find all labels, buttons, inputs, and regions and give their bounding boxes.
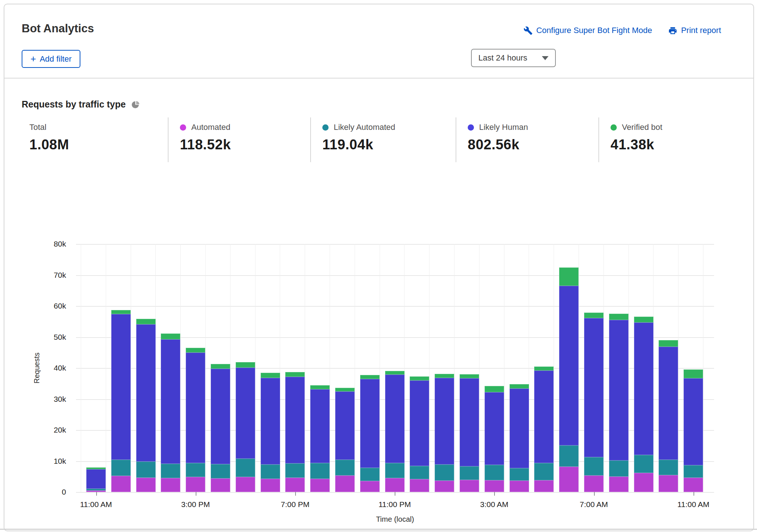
bar-segment-verified-bot: [559, 267, 579, 286]
x-tick-label: 11:00 AM: [80, 500, 112, 509]
bar-1-00-pm[interactable]: [136, 319, 156, 492]
bar-segment-verified-bot: [161, 334, 180, 339]
y-tick-label: 30k: [26, 395, 66, 404]
stat-label: Total: [29, 123, 46, 132]
bar-8-00-pm[interactable]: [310, 385, 330, 492]
x-gridline: [305, 244, 305, 492]
bar-segment-likely-automated: [659, 460, 678, 475]
x-tick-mark: [96, 492, 97, 496]
y-tick-label: 60k: [26, 302, 66, 310]
bar-12-00-am[interactable]: [410, 376, 429, 492]
y-tick-label: 20k: [26, 426, 66, 434]
bar-segment-likely-human: [111, 314, 131, 460]
stat-label: Verified bot: [622, 123, 662, 132]
bar-11-00-pm[interactable]: [385, 371, 405, 492]
x-gridline: [479, 244, 479, 492]
x-tick-mark: [494, 492, 495, 496]
x-tick-mark: [395, 492, 395, 496]
bar-segment-verified-bot: [584, 313, 604, 318]
x-tick-mark: [295, 492, 296, 496]
bar-7-00-am[interactable]: [584, 313, 604, 492]
bar-segment-likely-automated: [485, 465, 504, 480]
bar-segment-likely-human: [335, 391, 355, 460]
bar-segment-automated: [510, 481, 529, 492]
bar-segment-likely-automated: [510, 468, 529, 481]
bar-segment-automated: [111, 476, 131, 492]
bar-12-00-pm[interactable]: [111, 310, 131, 492]
x-tick-label: 11:00 AM: [677, 500, 709, 509]
bar-3-00-pm[interactable]: [186, 348, 205, 492]
bar-9-00-am[interactable]: [634, 317, 653, 492]
wrench-icon: [524, 26, 533, 35]
bar-segment-likely-automated: [584, 457, 604, 475]
bar-11-00-am[interactable]: [86, 467, 106, 492]
bar-5-00-pm[interactable]: [236, 362, 255, 492]
x-tick-mark: [594, 492, 595, 496]
bar-segment-likely-automated: [335, 460, 355, 475]
stat-likely-human: Likely Human 802.56k: [456, 117, 598, 162]
x-gridline: [629, 244, 629, 492]
configure-super-bot-fight-mode-link[interactable]: Configure Super Bot Fight Mode: [524, 26, 652, 35]
bar-segment-likely-automated: [236, 459, 255, 477]
stats-row: Total 1.08M Automated 118.52k Likely Aut…: [4, 117, 753, 162]
bar-segment-likely-human: [559, 286, 579, 445]
bar-segment-likely-human: [435, 378, 454, 464]
x-gridline: [678, 244, 678, 492]
x-gridline: [404, 244, 405, 492]
bar-segment-likely-automated: [634, 455, 653, 473]
bar-segment-verified-bot: [111, 310, 131, 314]
stat-value: 1.08M: [29, 137, 168, 153]
bar-segment-verified-bot: [684, 369, 703, 378]
bar-6-00-pm[interactable]: [261, 373, 280, 492]
stat-automated: Automated 118.52k: [168, 117, 310, 162]
bar-segment-automated: [584, 475, 604, 492]
bar-4-00-am[interactable]: [510, 384, 529, 492]
add-filter-label: Add filter: [40, 54, 72, 64]
x-tick-mark: [196, 492, 196, 496]
bar-3-00-am[interactable]: [485, 386, 504, 492]
x-tick-label: 3:00 AM: [480, 500, 508, 509]
x-gridline: [703, 244, 703, 492]
bar-4-00-pm[interactable]: [211, 364, 230, 492]
bar-2-00-pm[interactable]: [161, 334, 180, 492]
bar-1-00-am[interactable]: [435, 374, 454, 492]
page-title: Bot Analytics: [22, 22, 94, 35]
x-tick-label: 3:00 PM: [181, 500, 210, 509]
bar-segment-automated: [161, 478, 180, 492]
bar-11-00-am[interactable]: [684, 369, 703, 492]
time-range-select[interactable]: Last 24 hours: [471, 49, 556, 67]
stat-label: Automated: [191, 123, 230, 132]
y-tick-label: 10k: [26, 457, 66, 466]
y-tick-label: 70k: [26, 271, 66, 280]
bar-7-00-pm[interactable]: [285, 372, 305, 492]
bar-segment-likely-human: [584, 318, 604, 457]
print-report-link[interactable]: Print report: [668, 26, 721, 35]
bar-5-00-am[interactable]: [534, 367, 554, 492]
x-gridline: [131, 244, 131, 492]
likely-automated-dot: [322, 124, 329, 131]
bar-segment-likely-human: [684, 378, 703, 465]
y-gridline: [76, 399, 714, 400]
bar-segment-verified-bot: [435, 374, 454, 378]
bar-segment-automated: [360, 481, 380, 492]
x-gridline: [653, 244, 653, 492]
y-axis-title: Requests: [33, 353, 41, 384]
bar-segment-likely-automated: [410, 466, 429, 479]
bar-8-00-am[interactable]: [609, 314, 629, 492]
bar-segment-likely-human: [186, 353, 205, 463]
x-gridline: [155, 244, 156, 492]
bar-segment-likely-automated: [559, 445, 579, 466]
add-filter-button[interactable]: + Add filter: [22, 50, 80, 68]
bar-2-00-am[interactable]: [460, 374, 479, 492]
bar-9-00-pm[interactable]: [335, 388, 355, 492]
bar-6-00-am[interactable]: [559, 267, 579, 492]
bar-segment-likely-automated: [161, 464, 180, 478]
bar-10-00-pm[interactable]: [360, 375, 380, 492]
time-range-value: Last 24 hours: [478, 53, 527, 63]
bar-10-00-am[interactable]: [659, 340, 678, 492]
x-axis-title: Time (local): [376, 515, 414, 524]
bar-segment-automated: [136, 478, 156, 492]
bar-segment-verified-bot: [485, 386, 504, 392]
bar-segment-verified-bot: [285, 372, 305, 377]
x-tick-label: 7:00 AM: [580, 500, 608, 509]
